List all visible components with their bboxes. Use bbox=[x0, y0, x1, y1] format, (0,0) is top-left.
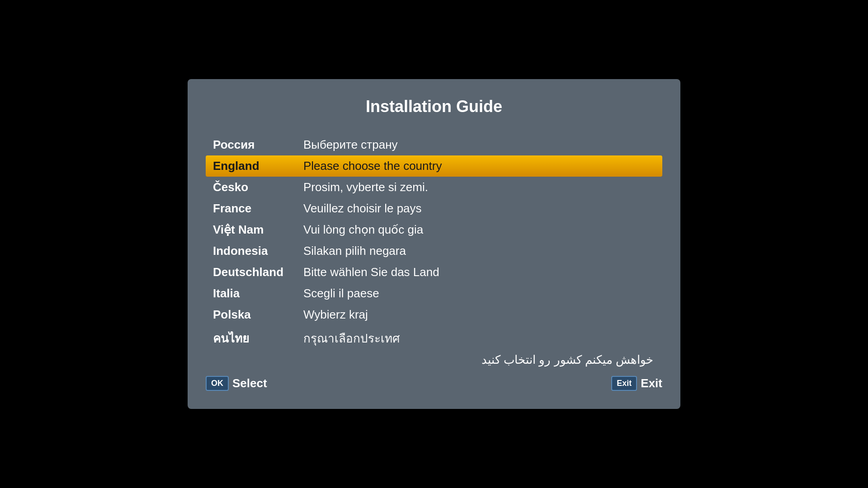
country-label-germany: Deutschland bbox=[213, 265, 303, 279]
arabic-row: خواهش ميكنم كشور رو انتخاب كنيد bbox=[188, 351, 680, 367]
language-item-poland[interactable]: PolskaWybierz kraj bbox=[206, 304, 662, 325]
language-item-italy[interactable]: Italia Scegli il paese bbox=[206, 283, 662, 304]
country-label-poland: Polska bbox=[213, 308, 303, 322]
country-label-czechia: Česko bbox=[213, 180, 303, 194]
country-label-france: France bbox=[213, 202, 303, 216]
country-label-thailand: คนไทย bbox=[213, 329, 303, 347]
phrase-label-thailand: กรุณาเลือกประเทศ bbox=[303, 329, 400, 347]
country-label-italy: Italia bbox=[213, 286, 303, 300]
exit-badge: Exit bbox=[611, 376, 637, 391]
phrase-label-germany: Bitte wählen Sie das Land bbox=[303, 265, 439, 279]
arabic-text: خواهش ميكنم كشور رو انتخاب كنيد bbox=[481, 353, 653, 367]
phrase-label-poland: Wybierz kraj bbox=[303, 308, 368, 322]
phrase-label-england: Please choose the country bbox=[303, 159, 442, 173]
language-item-france[interactable]: France Veuillez choisir le pays bbox=[206, 198, 662, 219]
phrase-label-czechia: Prosim, vyberte si zemi. bbox=[303, 180, 428, 194]
phrase-label-italy: Scegli il paese bbox=[303, 286, 379, 300]
phrase-label-vietnam: Vui lòng chọn quốc gia bbox=[303, 223, 423, 237]
country-label-russia: Россия bbox=[213, 138, 303, 152]
dialog-title: Installation Guide bbox=[188, 93, 680, 121]
language-item-vietnam[interactable]: Việt NamVui lòng chọn quốc gia bbox=[206, 219, 662, 240]
language-item-england[interactable]: EnglandPlease choose the country bbox=[206, 155, 662, 177]
footer: OK Select Exit Exit bbox=[188, 367, 680, 395]
language-item-thailand[interactable]: คนไทย กรุณาเลือกประเทศ bbox=[206, 325, 662, 351]
phrase-label-indonesia: Silakan pilih negara bbox=[303, 244, 406, 258]
phrase-label-france: Veuillez choisir le pays bbox=[303, 202, 422, 216]
language-list: РоссияВыберите странуEnglandPlease choos… bbox=[188, 134, 680, 351]
exit-label: Exit bbox=[641, 376, 662, 390]
language-item-indonesia[interactable]: Indonesia Silakan pilih negara bbox=[206, 240, 662, 262]
country-label-indonesia: Indonesia bbox=[213, 244, 303, 258]
language-item-russia[interactable]: РоссияВыберите страну bbox=[206, 134, 662, 155]
country-label-vietnam: Việt Nam bbox=[213, 223, 303, 237]
country-label-england: England bbox=[213, 159, 303, 173]
ok-select-button[interactable]: OK Select bbox=[206, 376, 267, 391]
language-item-germany[interactable]: Deutschland Bitte wählen Sie das Land bbox=[206, 262, 662, 283]
language-item-czechia[interactable]: ČeskoProsim, vyberte si zemi. bbox=[206, 177, 662, 198]
ok-badge: OK bbox=[206, 376, 229, 391]
phrase-label-russia: Выберите страну bbox=[303, 138, 398, 152]
exit-button[interactable]: Exit Exit bbox=[611, 376, 662, 391]
ok-label: Select bbox=[232, 376, 267, 390]
installation-guide-dialog: Installation Guide РоссияВыберите страну… bbox=[188, 79, 680, 409]
